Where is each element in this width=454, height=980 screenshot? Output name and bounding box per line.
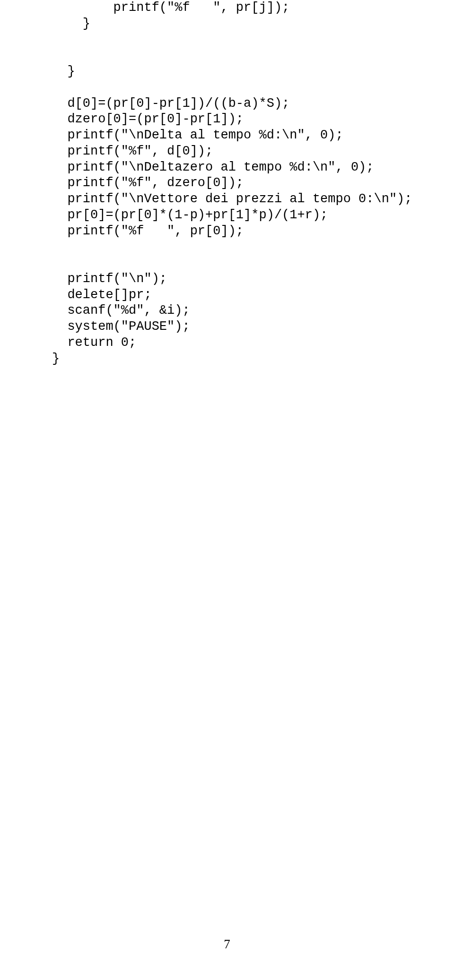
page-number: 7 bbox=[0, 937, 454, 952]
page: printf("%f ", pr[j]); } } d[0]=(pr[0]-pr… bbox=[0, 0, 454, 980]
code-block: printf("%f ", pr[j]); } } d[0]=(pr[0]-pr… bbox=[52, 0, 402, 367]
